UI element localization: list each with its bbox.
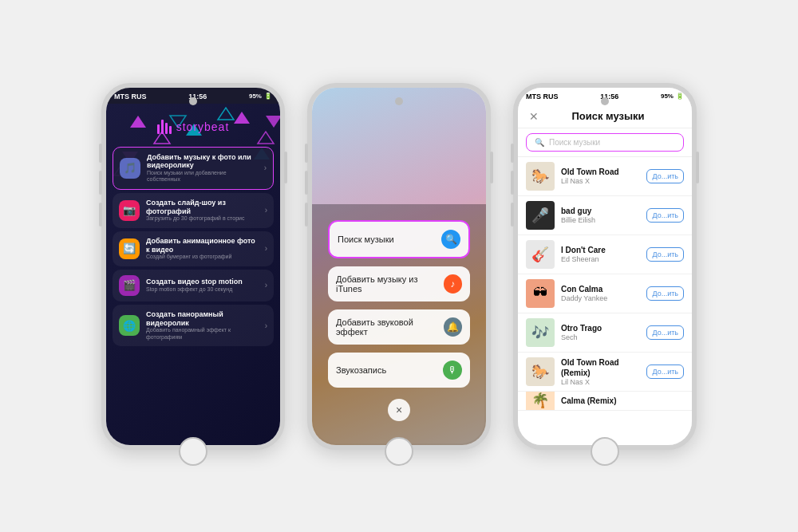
menu-item-slideshow[interactable]: 📷 Создать слайд-шоу из фотографий Загруз… — [113, 193, 274, 228]
list-item[interactable]: 🐎 Old Town Road (Remix) Lil Nas X До...и… — [518, 353, 692, 392]
track-info-1: Old Town Road Lil Nas X — [561, 167, 640, 185]
search-music-button[interactable]: Поиск музыки 🔍 — [328, 220, 470, 258]
add-track-4-button[interactable]: До...ить — [646, 286, 684, 301]
animation-arrow: › — [265, 244, 267, 253]
volume-up-button — [99, 171, 102, 195]
add-music-title: Добавить музыку к фото или видеоролику — [147, 153, 258, 171]
add-track-1-button[interactable]: До...ить — [646, 169, 684, 183]
track-artist-6: Lil Nas X — [561, 378, 640, 386]
slideshow-title: Создать слайд-шоу из фотографий — [146, 199, 259, 216]
battery-area-3: 95% 🔋 — [661, 93, 684, 100]
track-info-6: Old Town Road (Remix) Lil Nas X — [561, 357, 640, 386]
camera-dot — [189, 97, 197, 105]
track-thumb-4: 🕶 — [526, 279, 555, 308]
mute-button-3 — [511, 144, 514, 163]
search-magnifier-icon: 🔍 — [535, 138, 544, 147]
track-info-7: Calma (Remix) — [561, 396, 684, 406]
track-name-1: Old Town Road — [561, 167, 640, 177]
list-item[interactable]: 🕶 Con Calma Daddy Yankee До...ить — [518, 274, 692, 313]
menu-item-add-music[interactable]: 🎵 Добавить музыку к фото или видеоролику… — [113, 147, 274, 190]
bar-3 — [165, 123, 168, 134]
track-thumb-1: 🐎 — [526, 162, 555, 191]
slideshow-icon: 📷 — [119, 200, 140, 221]
storybeat-logo-text: storybeat — [176, 120, 230, 133]
stopmotion-icon: 🎬 — [119, 275, 140, 296]
track-name-7: Calma (Remix) — [561, 396, 684, 406]
add-track-6-button[interactable]: До...ить — [646, 365, 684, 379]
panorama-subtitle: Добавить панорамный эффект к фотографиям — [146, 327, 259, 341]
voice-record-label: Звукозапись — [336, 365, 386, 375]
track-artist-2: Billie Eilish — [561, 216, 640, 224]
track-name-6: Old Town Road (Remix) — [561, 357, 640, 378]
phone-2: Поиск музыки 🔍 Добавить музыку из iTunes… — [307, 83, 491, 450]
list-item[interactable]: 🎤 bad guy Billie Eilish До...ить — [518, 196, 692, 235]
camera-dot-3 — [601, 97, 609, 105]
stopmotion-text: Создать видео stop motion Stop motion эф… — [146, 278, 259, 293]
phone3-content: ✕ Поиск музыки 🔍 Поиск музыки 🐎 — [518, 104, 692, 445]
battery-area-1: 95% 🔋 — [249, 93, 272, 100]
close-popup-icon: × — [396, 404, 402, 416]
stopmotion-subtitle: Stop motion эффект до 30 секунд — [146, 286, 259, 293]
bar-1 — [157, 124, 160, 134]
add-track-5-button[interactable]: До...ить — [646, 325, 684, 340]
add-music-arrow: › — [264, 164, 267, 172]
volume-down-button-2 — [305, 203, 308, 227]
volume-down-button-3 — [511, 203, 514, 227]
menu-item-panorama[interactable]: 🌐 Создать панорамный видеоролик Добавить… — [113, 305, 274, 346]
battery-3: 95% — [661, 93, 674, 100]
list-item[interactable]: 🎸 I Don't Care Ed Sheeran До...ить — [518, 235, 692, 274]
add-track-2-button[interactable]: До...ить — [646, 208, 684, 223]
animation-subtitle: Создай бумеранг из фотографий — [146, 254, 259, 260]
panorama-text: Создать панорамный видеоролик Добавить п… — [146, 310, 259, 341]
storybeat-logo-icon — [157, 120, 172, 134]
track-info-5: Otro Trago Sech — [561, 323, 640, 341]
home-button-1[interactable] — [179, 437, 207, 466]
volume-down-button — [99, 203, 102, 227]
phone-1: MTS RUS 11:56 95% 🔋 — [101, 83, 285, 450]
track-info-4: Con Calma Daddy Yankee — [561, 284, 640, 302]
voice-record-button[interactable]: Звукозапись 🎙 — [328, 353, 470, 388]
add-sound-button[interactable]: Добавить звуковой эффект 🔔 — [328, 309, 470, 345]
panorama-title: Создать панорамный видеоролик — [146, 310, 259, 328]
track-artist-5: Sech — [561, 333, 640, 341]
home-button-2[interactable] — [385, 437, 413, 466]
close-search-button[interactable]: ✕ — [526, 110, 542, 123]
slideshow-arrow: › — [265, 206, 267, 215]
add-itunes-button[interactable]: Добавить музыку из iTunes ♪ — [328, 266, 470, 301]
mute-button-2 — [305, 144, 308, 163]
mic-icon: 🎙 — [443, 361, 462, 380]
menu-item-animation[interactable]: 🔄 Добавить анимационное фото к видео Соз… — [113, 231, 274, 266]
track-thumb-5: 🎶 — [526, 318, 555, 347]
search-input-row: 🔍 Поиск музыки — [518, 128, 692, 157]
list-item[interactable]: 🎶 Otro Trago Sech До...ить — [518, 313, 692, 353]
bar-4 — [169, 126, 172, 134]
battery-1: 95% — [249, 93, 262, 100]
close-popup-button[interactable]: × — [388, 399, 410, 421]
add-sound-label: Добавить звуковой эффект — [336, 317, 444, 337]
track-name-2: bad guy — [561, 206, 640, 216]
menu-item-stopmotion[interactable]: 🎬 Создать видео stop motion Stop motion … — [113, 270, 274, 301]
track-info-2: bad guy Billie Eilish — [561, 206, 640, 224]
list-item[interactable]: 🌴 Calma (Remix) — [518, 392, 692, 411]
storybeat-logo: storybeat — [157, 120, 230, 134]
slideshow-text: Создать слайд-шоу из фотографий Загрузит… — [146, 199, 259, 223]
search-page-title: Поиск музыки — [548, 110, 668, 122]
list-item[interactable]: 🐎 Old Town Road Lil Nas X До...ить — [518, 157, 692, 196]
animation-icon: 🔄 — [119, 238, 140, 259]
track-name-4: Con Calma — [561, 284, 640, 294]
phone2-background: Поиск музыки 🔍 Добавить музыку из iTunes… — [312, 88, 486, 445]
track-name-3: I Don't Care — [561, 245, 640, 255]
add-itunes-label: Добавить музыку из iTunes — [336, 274, 444, 294]
search-placeholder: Поиск музыки — [549, 138, 600, 147]
camera-dot-2 — [395, 97, 403, 105]
panorama-icon: 🌐 — [119, 315, 140, 336]
track-info-3: I Don't Care Ed Sheeran — [561, 245, 640, 263]
search-box[interactable]: 🔍 Поиск музыки — [526, 133, 684, 152]
carrier-3: MTS RUS — [526, 93, 559, 100]
power-button-3 — [696, 152, 699, 183]
stopmotion-title: Создать видео stop motion — [146, 278, 259, 286]
home-button-3[interactable] — [591, 437, 619, 466]
battery-icon-1: 🔋 — [264, 93, 272, 100]
track-thumb-3: 🎸 — [526, 240, 555, 269]
add-track-3-button[interactable]: До...ить — [646, 247, 684, 262]
